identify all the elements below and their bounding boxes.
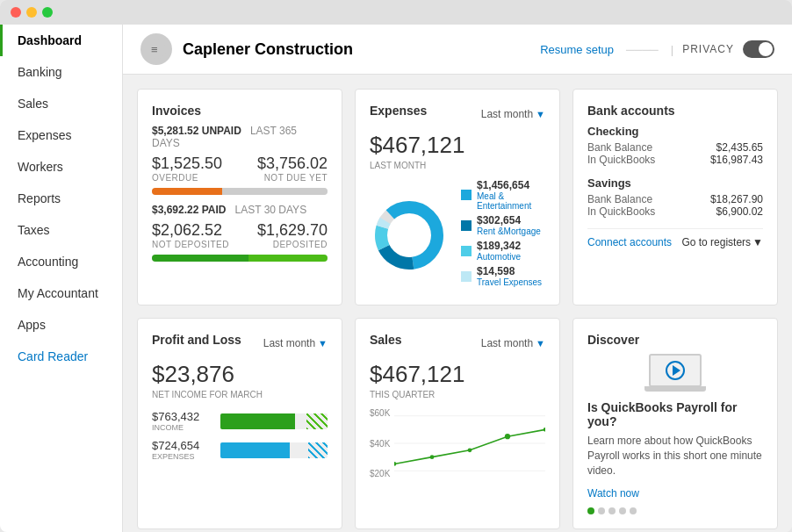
svg-point-12 bbox=[430, 455, 435, 459]
invoices-unpaid: $5,281.52 UNPAID LAST 365 DAYS bbox=[152, 125, 328, 149]
legend-label-2: Rent &Mortgage bbox=[477, 226, 541, 236]
sidebar-item-dashboard[interactable]: Dashboard bbox=[0, 25, 122, 56]
chart-label-20k: $20K bbox=[370, 469, 390, 478]
legend-item-1: $1,456,654 Meal & Entertainment bbox=[461, 179, 545, 211]
legend-amount-4: $14,598 bbox=[477, 265, 542, 277]
privacy-label: PRIVACY bbox=[682, 43, 734, 55]
discover-dots bbox=[587, 507, 763, 514]
pnl-dropdown-arrow[interactable]: ▼ bbox=[318, 338, 328, 349]
sidebar-item-card-reader[interactable]: Card Reader bbox=[0, 341, 122, 372]
discover-visual bbox=[587, 354, 763, 392]
pnl-header: Profit and Loss Last month ▼ bbox=[152, 333, 328, 354]
expenses-sub: LAST MONTH bbox=[370, 161, 545, 170]
income-amount: $763,432 bbox=[152, 410, 213, 423]
legend-item-4: $14,598 Travel Expenses bbox=[461, 265, 545, 287]
legend-color-2 bbox=[461, 220, 472, 231]
discover-card-title: Is QuickBooks Payroll for you? bbox=[587, 400, 763, 428]
expenses-bar-fill bbox=[220, 442, 290, 458]
savings-qb-value: $6,900.02 bbox=[716, 205, 763, 218]
legend-amount-3: $189,342 bbox=[477, 240, 521, 252]
paid-section: $3,692.22 PAID LAST 30 DAYS $2,062.52 NO… bbox=[152, 204, 328, 262]
pnl-period-dropdown[interactable]: Last month ▼ bbox=[263, 337, 328, 349]
pnl-expenses-label: EXPENSES bbox=[152, 452, 213, 461]
watch-now-link[interactable]: Watch now bbox=[587, 487, 639, 500]
legend-label-3: Automotive bbox=[477, 252, 521, 262]
deposited-label: DEPOSITED bbox=[257, 240, 328, 249]
sidebar-item-apps[interactable]: Apps bbox=[0, 309, 122, 341]
sidebar-item-reports[interactable]: Reports bbox=[0, 183, 122, 214]
svg-point-7 bbox=[390, 216, 428, 255]
checking-bank-balance-row: Bank Balance $2,435.65 bbox=[587, 141, 763, 154]
expenses-bar-container bbox=[220, 442, 328, 458]
maximize-button[interactable] bbox=[42, 7, 53, 18]
income-bar-container bbox=[220, 413, 328, 429]
expenses-chart-area: $1,456,654 Meal & Entertainment $302,654… bbox=[370, 179, 545, 291]
checking-bank-balance-label: Bank Balance bbox=[587, 141, 652, 154]
discover-dot-3[interactable] bbox=[608, 507, 616, 514]
income-bar-fill bbox=[220, 413, 295, 429]
checking-bank-balance-value: $2,435.65 bbox=[716, 141, 763, 154]
sidebar: Dashboard Banking Sales Expenses Workers… bbox=[0, 25, 123, 532]
discover-dot-5[interactable] bbox=[630, 507, 637, 514]
close-button[interactable] bbox=[11, 7, 21, 18]
invoice-deposited-row: $2,062.52 NOT DEPOSITED $1,629.70 DEPOSI… bbox=[152, 221, 328, 249]
play-button[interactable] bbox=[666, 361, 685, 380]
discover-dot-4[interactable] bbox=[619, 507, 626, 514]
not-due-label: NOT DUE YET bbox=[257, 173, 328, 183]
pnl-sub: NET INCOME FOR MARCH bbox=[152, 390, 328, 399]
play-triangle-icon bbox=[673, 365, 680, 376]
checking-qb-value: $16,987.43 bbox=[710, 154, 763, 166]
discover-card-text: Learn more about how QuickBooks Payroll … bbox=[587, 434, 763, 478]
svg-point-13 bbox=[468, 448, 472, 452]
sales-dropdown-arrow[interactable]: ▼ bbox=[536, 338, 545, 349]
legend-label-1: Meal & Entertainment bbox=[477, 191, 545, 211]
sales-chart-area: $60K $40K $20K bbox=[370, 408, 545, 482]
sidebar-item-accounting[interactable]: Accounting bbox=[0, 246, 122, 277]
chart-label-40k: $40K bbox=[370, 439, 390, 449]
expenses-card: Expenses Last month ▼ $467,121 LAST MONT… bbox=[355, 89, 560, 306]
not-deposited-label: NOT DEPOSITED bbox=[152, 240, 229, 249]
sidebar-item-workers[interactable]: Workers bbox=[0, 151, 122, 183]
window-controls bbox=[11, 7, 53, 18]
checking-qb-balance-row: In QuickBooks $16,987.43 bbox=[587, 154, 763, 166]
app-window: Dashboard Banking Sales Expenses Workers… bbox=[0, 0, 792, 532]
sales-period-dropdown[interactable]: Last month ▼ bbox=[481, 337, 545, 349]
income-label-col: $763,432 INCOME bbox=[152, 410, 213, 432]
minimize-button[interactable] bbox=[26, 7, 37, 18]
laptop-screen bbox=[649, 354, 702, 387]
expenses-dropdown-arrow[interactable]: ▼ bbox=[536, 109, 545, 119]
legend-label-4: Travel Expenses bbox=[477, 277, 542, 287]
laptop-illustration bbox=[644, 354, 706, 392]
sidebar-item-sales[interactable]: Sales bbox=[0, 88, 122, 119]
discover-dot-1[interactable] bbox=[587, 507, 594, 514]
sidebar-item-expenses[interactable]: Expenses bbox=[0, 119, 122, 151]
sidebar-item-taxes[interactable]: Taxes bbox=[0, 214, 122, 246]
sidebar-item-my-accountant[interactable]: My Accountant bbox=[0, 277, 122, 309]
app-header: ≡ Caplener Construction Resume setup ───… bbox=[123, 25, 792, 75]
sales-header: Sales Last month ▼ bbox=[370, 333, 545, 354]
checking-qb-label: In QuickBooks bbox=[587, 154, 655, 166]
resume-setup-link[interactable]: Resume setup bbox=[540, 43, 614, 56]
invoice-overdue-row: $1,525.50 OVERDUE $3,756.02 NOT DUE YET bbox=[152, 155, 328, 183]
discover-dot-2[interactable] bbox=[598, 507, 605, 514]
deposited-bar-fill bbox=[248, 255, 328, 262]
sales-title: Sales bbox=[370, 333, 402, 347]
pnl-title: Profit and Loss bbox=[152, 333, 241, 347]
savings-qb-balance-row: In QuickBooks $6,900.02 bbox=[587, 205, 763, 218]
overdue-amount: $1,525.50 bbox=[152, 155, 222, 173]
sidebar-item-banking[interactable]: Banking bbox=[0, 56, 122, 88]
legend-amount-2: $302,654 bbox=[477, 214, 541, 226]
profit-loss-card: Profit and Loss Last month ▼ $23,876 NET… bbox=[137, 318, 342, 529]
connect-accounts-link[interactable]: Connect accounts bbox=[587, 236, 672, 248]
pnl-amount: $23,876 bbox=[152, 361, 328, 388]
legend-item-3: $189,342 Automotive bbox=[461, 240, 545, 262]
expenses-period-dropdown[interactable]: Last month ▼ bbox=[481, 108, 545, 120]
goto-registers-link[interactable]: Go to registers ▼ bbox=[681, 236, 763, 248]
income-bar-row: $763,432 INCOME bbox=[152, 410, 328, 432]
bank-accounts-card: Bank accounts Checking Bank Balance $2,4… bbox=[572, 89, 778, 306]
company-icon: ≡ bbox=[140, 33, 172, 65]
header-actions: Resume setup ──── | PRIVACY bbox=[540, 40, 774, 58]
checking-section: Checking Bank Balance $2,435.65 In Quick… bbox=[587, 125, 763, 166]
expenses-label-col: $724,654 EXPENSES bbox=[152, 439, 213, 461]
privacy-toggle[interactable] bbox=[743, 40, 774, 58]
